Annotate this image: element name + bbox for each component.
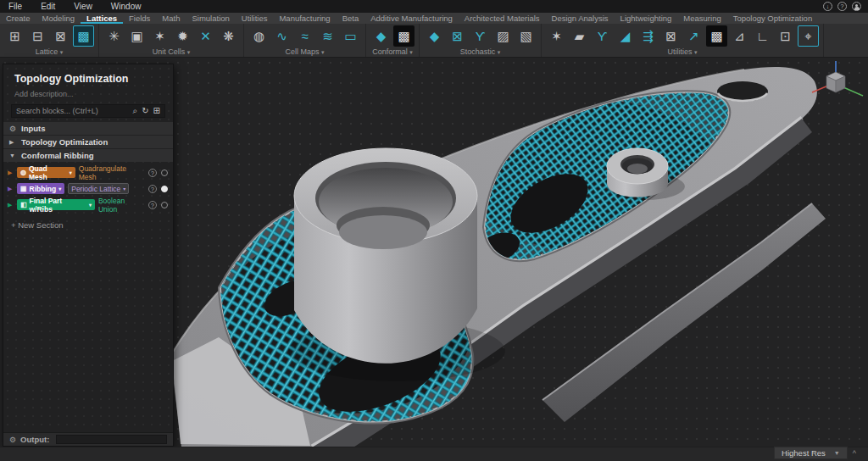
menu-item[interactable]: Edit [41, 2, 55, 11]
section-topology-optimization[interactable]: ▶ Topology Optimization [3, 136, 173, 148]
expand-arrow-icon[interactable]: ▼ [9, 153, 16, 158]
thicken-strut-icon[interactable]: ▰ [569, 25, 590, 47]
account-icon[interactable] [852, 2, 861, 11]
surface-cell-map-icon[interactable]: ∿ [271, 25, 292, 47]
block-help-icon[interactable]: ? [148, 185, 157, 193]
random-seed-box-icon[interactable]: ▨ [492, 25, 514, 47]
ribbon-tab[interactable]: Design Analysis [546, 13, 615, 24]
panel-canvas-area[interactable] [3, 235, 173, 432]
unit-cell-graph-1-icon[interactable]: ✶ [149, 25, 170, 47]
ramp-thickness-icon[interactable]: ◢ [615, 25, 636, 47]
collapse-arrow-icon[interactable]: ▶ [9, 139, 16, 146]
split-graph-icon[interactable]: ϒ [592, 25, 613, 47]
ribbon-tab[interactable]: Lattices [81, 13, 123, 24]
block-type-label[interactable]: Periodic Lattice ▾ [68, 183, 129, 194]
ribbon-group-label[interactable]: Stochastic ▾ [424, 47, 537, 58]
unit-cell-graph-2-icon[interactable]: ✹ [172, 25, 193, 47]
menu-item[interactable]: View [74, 2, 92, 11]
cell-map-sphere-icon[interactable]: ◍ [248, 25, 270, 47]
custom-unit-cell-icon[interactable]: ✕ [195, 25, 216, 47]
block-row[interactable]: ▶ ◧ Final Part w/Ribs ▾ Boolean Union ▾ … [3, 197, 173, 212]
ribbon-tab[interactable]: Simulation [186, 13, 235, 24]
output-row[interactable]: ⚙ Output: [3, 432, 173, 446]
ribbon-group-label[interactable]: Lattice ▾ [4, 47, 94, 58]
block-name-badge[interactable]: ◧ Final Part w/Ribs ▾ [17, 199, 95, 210]
warp-graph-icon[interactable]: ⊠ [660, 25, 682, 47]
ribbon-tab[interactable]: Architected Materials [459, 13, 546, 24]
stochastic-volume-icon[interactable]: ▧ [515, 25, 537, 47]
ribbon-group-label[interactable]: Cell Maps ▾ [248, 47, 361, 58]
center-boss-cylinder[interactable] [288, 148, 505, 381]
menu-item[interactable]: File [8, 2, 22, 11]
axes-icon[interactable]: ∟ [752, 25, 773, 47]
block-type-icon: ◍ [20, 169, 26, 176]
block-row[interactable]: ▶ ▦ Ribbing ▾ Periodic Lattice ▾ ? [3, 181, 173, 196]
description-field[interactable]: Add description... [3, 85, 173, 98]
view-cube-gizmo[interactable] [812, 61, 863, 96]
pin-cube-icon[interactable]: ⊡ [775, 25, 796, 47]
block-help-icon[interactable]: ? [148, 169, 157, 177]
swept-cell-map-icon[interactable]: ≈ [294, 25, 315, 47]
block-name-badge[interactable]: ▦ Ribbing ▾ [17, 183, 64, 194]
add-block-icon[interactable]: ⊞ [153, 107, 160, 115]
ribbon-group-label[interactable]: Unit Cells ▾ [103, 47, 239, 58]
ribbon-tab[interactable]: Beta [337, 13, 365, 24]
unit-cell-swirl-icon[interactable]: ❋ [218, 25, 239, 47]
block-visibility-dot[interactable] [161, 169, 168, 176]
expand-panel-icon[interactable]: ^ [853, 449, 856, 458]
block-type-label[interactable]: Boolean Union ▾ [98, 197, 145, 214]
block-collapse-arrow[interactable]: ▶ [8, 186, 14, 192]
help-icon[interactable]: ? [837, 2, 847, 11]
ribbon-tab[interactable]: Math [156, 13, 186, 24]
measure-beam-icon[interactable]: ⊿ [729, 25, 750, 47]
strut-graph-icon[interactable]: ϒ [470, 25, 491, 47]
search-icon[interactable]: ⌕ [133, 107, 138, 115]
block-name-badge[interactable]: ◍ Quad Mesh ▾ [17, 167, 75, 178]
new-section-button[interactable]: + New Section [3, 215, 173, 235]
volume-lattice-icon[interactable]: ▩ [73, 25, 94, 47]
beam-lattice-round-icon[interactable]: ⊠ [50, 25, 71, 47]
history-icon[interactable]: ↻ [142, 107, 148, 115]
resolution-selector[interactable]: Highest Res ▼ [774, 447, 848, 459]
render-view-icon[interactable]: ⌖ [798, 25, 819, 47]
planar-cell-map-icon[interactable]: ▭ [340, 25, 361, 47]
unit-cell-star-icon[interactable]: ✳ [103, 25, 125, 47]
unit-cell-box-icon[interactable]: ▣ [126, 25, 147, 47]
ribbon-tab[interactable]: Manufacturing [273, 13, 336, 24]
block-type-label[interactable]: Quadrangulate Mesh ▾ [79, 164, 145, 181]
beam-lattice-sphere-icon[interactable]: ⊞ [4, 25, 25, 47]
block-help-icon[interactable]: ? [148, 201, 157, 209]
corner-hole[interactable] [717, 81, 768, 102]
block-visibility-dot[interactable] [161, 186, 168, 192]
ribbon-tab[interactable]: Measuring [677, 13, 726, 24]
frame-box-icon[interactable]: ▩ [706, 25, 727, 47]
ribbon-tab[interactable]: Fields [123, 13, 156, 24]
voxel-lattice-icon[interactable]: ▩ [393, 25, 415, 47]
block-visibility-dot[interactable] [161, 202, 168, 208]
array-graph-icon[interactable]: ⇶ [637, 25, 659, 47]
block-collapse-arrow[interactable]: ▶ [8, 169, 14, 176]
ribbon-tab[interactable]: Lightweighting [615, 13, 678, 24]
ribbon-group-label[interactable]: Utilities ▾ [546, 47, 819, 58]
ribbon-tab[interactable]: Topology Optimization [727, 13, 818, 24]
lattice-from-graph-icon[interactable]: ✶ [546, 25, 567, 47]
download-icon[interactable]: ↓ [823, 2, 832, 11]
block-collapse-arrow[interactable]: ▶ [8, 202, 14, 208]
section-inputs[interactable]: ⚙ Inputs [3, 122, 173, 135]
move-graph-icon[interactable]: ↗ [683, 25, 704, 47]
output-value-field[interactable] [56, 435, 167, 444]
ribbon-tab[interactable]: Utilities [236, 13, 274, 24]
voronoi-lattice-icon[interactable]: ◆ [424, 25, 445, 47]
ribbon-group-label[interactable]: Conformal ▾ [370, 47, 415, 58]
conformal-lattice-icon[interactable]: ◆ [370, 25, 392, 47]
ribbon-tab[interactable]: Modeling [36, 13, 81, 24]
section-conformal-ribbing[interactable]: ▼ Conformal Ribbing [3, 149, 173, 162]
voronoi-volume-icon[interactable]: ⊠ [447, 25, 468, 47]
block-row[interactable]: ▶ ◍ Quad Mesh ▾ Quadrangulate Mesh ▾ ? [3, 165, 173, 180]
volume-cell-map-icon[interactable]: ≋ [317, 25, 338, 47]
ribbon-tab[interactable]: Additive Manufacturing [364, 13, 459, 24]
menu-item[interactable]: Window [111, 2, 142, 11]
search-input[interactable]: Search blocks... (Ctrl+L) ⌕ ↻ ⊞ [11, 104, 165, 118]
ribbon-tab[interactable]: Create [0, 13, 36, 24]
beam-lattice-cylinder-icon[interactable]: ⊟ [27, 25, 48, 47]
